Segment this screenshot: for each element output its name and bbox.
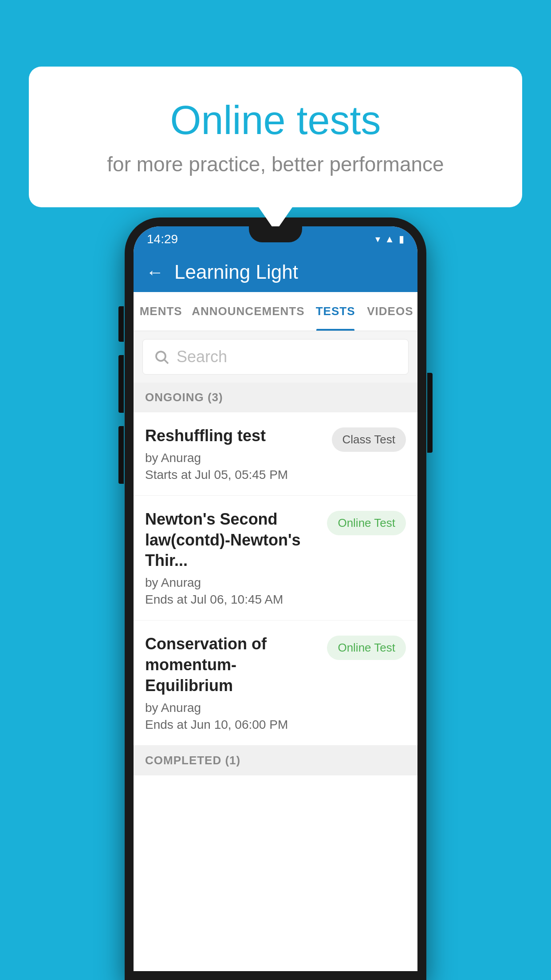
- volume-down2-button: [118, 426, 124, 484]
- test-info: Newton's Second law(contd)-Newton's Thir…: [145, 509, 320, 607]
- ongoing-section-header: ONGOING (3): [134, 383, 417, 412]
- wifi-icon: ▾: [375, 233, 380, 245]
- phone-notch: [249, 226, 302, 242]
- speech-bubble: Online tests for more practice, better p…: [29, 67, 522, 207]
- phone-outer: 14:29 ▾ ▲ ▮ ← Learning Light MENTS ANNOU…: [125, 217, 426, 980]
- test-item[interactable]: Conservation of momentum-Equilibrium by …: [134, 620, 417, 745]
- svg-point-0: [156, 352, 165, 361]
- battery-icon: ▮: [399, 233, 404, 245]
- search-icon: [153, 349, 169, 365]
- app-title: Learning Light: [174, 261, 298, 283]
- phone-mockup: 14:29 ▾ ▲ ▮ ← Learning Light MENTS ANNOU…: [31, 217, 520, 980]
- status-time: 14:29: [147, 232, 178, 246]
- test-time: Starts at Jul 05, 05:45 PM: [145, 468, 325, 482]
- tab-tests[interactable]: TESTS: [308, 292, 362, 331]
- test-info: Conservation of momentum-Equilibrium by …: [145, 634, 320, 731]
- status-icons: ▾ ▲ ▮: [375, 233, 404, 245]
- app-bar: ← Learning Light: [134, 252, 417, 292]
- search-container: Search: [134, 331, 417, 383]
- test-name: Reshuffling test: [145, 426, 325, 447]
- volume-down-button: [118, 355, 124, 413]
- bubble-subtitle: for more practice, better performance: [64, 152, 487, 176]
- test-time: Ends at Jun 10, 06:00 PM: [145, 718, 320, 732]
- search-placeholder: Search: [177, 348, 227, 366]
- back-button[interactable]: ←: [146, 262, 164, 282]
- volume-up-button: [118, 306, 124, 342]
- signal-icon: ▲: [385, 233, 394, 245]
- svg-line-1: [165, 360, 168, 364]
- tab-announcements[interactable]: ANNOUNCEMENTS: [188, 292, 308, 331]
- online-test-badge: Online Test: [327, 511, 406, 535]
- test-name: Newton's Second law(contd)-Newton's Thir…: [145, 509, 320, 571]
- power-button: [427, 373, 433, 453]
- tab-videos[interactable]: VIDEOS: [363, 292, 417, 331]
- class-test-badge: Class Test: [332, 427, 406, 452]
- test-info: Reshuffling test by Anurag Starts at Jul…: [145, 426, 325, 482]
- tab-ments[interactable]: MENTS: [134, 292, 188, 331]
- test-author: by Anurag: [145, 451, 325, 465]
- test-author: by Anurag: [145, 701, 320, 715]
- test-item[interactable]: Newton's Second law(contd)-Newton's Thir…: [134, 496, 417, 620]
- test-item[interactable]: Reshuffling test by Anurag Starts at Jul…: [134, 412, 417, 496]
- search-bar[interactable]: Search: [142, 339, 409, 375]
- promo-section: Online tests for more practice, better p…: [29, 67, 522, 207]
- completed-section-header: COMPLETED (1): [134, 746, 417, 775]
- test-time: Ends at Jul 06, 10:45 AM: [145, 593, 320, 607]
- online-test-badge: Online Test: [327, 636, 406, 660]
- test-name: Conservation of momentum-Equilibrium: [145, 634, 320, 696]
- test-author: by Anurag: [145, 576, 320, 590]
- tabs-bar: MENTS ANNOUNCEMENTS TESTS VIDEOS: [134, 292, 417, 331]
- phone-screen: 14:29 ▾ ▲ ▮ ← Learning Light MENTS ANNOU…: [134, 226, 417, 971]
- bubble-title: Online tests: [64, 98, 487, 143]
